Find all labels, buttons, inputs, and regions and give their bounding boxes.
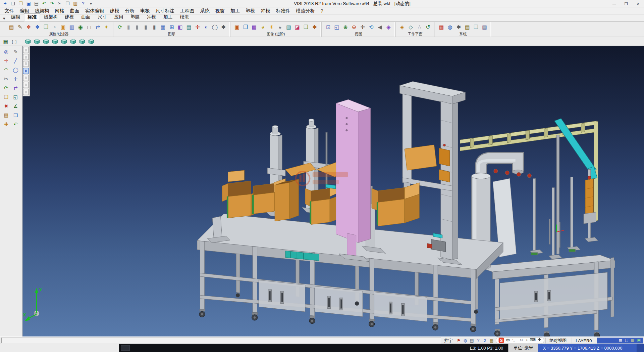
doc-slot-button-4[interactable]: ▮ <box>23 68 29 74</box>
zoom-fit-icon[interactable]: ⊡ <box>324 23 332 31</box>
undo-icon[interactable]: ↶ <box>41 0 48 6</box>
system-colors-icon[interactable]: ▦ <box>437 23 445 31</box>
3d-viewport[interactable]: ▯▯▯▮▯▯▯ <box>22 46 644 336</box>
rotate-tool-icon[interactable]: ⟳ <box>2 84 11 92</box>
material-ball-icon[interactable]: ◕ <box>259 23 267 31</box>
save-icon[interactable]: ▣ <box>25 0 32 6</box>
shadow-icon[interactable]: ◒ <box>276 23 284 31</box>
print-icon[interactable]: ▤ <box>33 0 40 6</box>
mini-chart-icon[interactable]: ▥ <box>630 338 635 343</box>
texture-map-icon[interactable]: ▩ <box>250 23 258 31</box>
ribbon-tab[interactable]: 冲模 <box>143 13 160 21</box>
wireframe-icon[interactable]: ◯ <box>211 23 219 31</box>
visi-logo-icon[interactable]: ✦ <box>2 0 9 6</box>
view-mode-selector[interactable]: 绝对视图 <box>545 338 571 343</box>
image-planes-icon[interactable]: ❐ <box>241 23 250 31</box>
selection-mask-icon[interactable]: ▫ <box>51 23 59 31</box>
status-ground-icon[interactable]: ▦ <box>488 338 494 343</box>
zoom-out-icon[interactable]: ⊖ <box>350 23 358 31</box>
new-file-icon[interactable]: ❏ <box>9 0 16 6</box>
status-level-icon[interactable]: 2 <box>482 338 488 343</box>
element-color-icon[interactable]: ▣ <box>59 23 67 31</box>
workplane-reset-icon[interactable]: ↺ <box>424 23 432 31</box>
undo-tool-icon[interactable]: ↶ <box>11 120 20 128</box>
mini-screen-icon[interactable]: ▢ <box>624 338 629 343</box>
zoom-window-icon[interactable]: ◱ <box>333 23 341 31</box>
status-help-icon[interactable]: ? <box>475 338 481 343</box>
photo-view-icon[interactable]: ❒ <box>302 23 310 31</box>
filter-layers-icon[interactable]: ❐ <box>42 23 50 31</box>
qat-dropdown-icon[interactable]: ▾ <box>88 0 95 6</box>
mini-grid-icon[interactable]: ▦ <box>618 338 623 343</box>
line-width-3-icon[interactable]: ▮ <box>142 23 150 31</box>
workplane-3pt-icon[interactable]: ∴ <box>415 23 423 31</box>
open-file-icon[interactable]: ❐ <box>17 0 24 6</box>
ribbon-tab[interactable]: 线架构 <box>40 13 61 21</box>
redo-icon[interactable]: ↷ <box>48 0 55 6</box>
pan-icon[interactable]: ✛ <box>359 23 367 31</box>
ime-toolbox-icon[interactable]: ✚ <box>538 338 541 343</box>
paste-icon[interactable]: ▥ <box>72 0 79 6</box>
doc-slot-button-2[interactable]: ▯ <box>23 54 29 60</box>
scene-settings-icon[interactable]: ✱ <box>311 23 319 31</box>
element-style-icon[interactable]: ▥ <box>68 23 76 31</box>
doc-slot-button-7[interactable]: ▯ <box>23 89 29 95</box>
dynamic-view-icon[interactable]: ◈ <box>384 23 392 31</box>
ime-emoji-icon[interactable]: ☺ <box>519 338 524 343</box>
close-button[interactable]: ✕ <box>632 0 644 7</box>
rotate-view-icon[interactable]: ⟲ <box>367 23 375 31</box>
calculator-icon[interactable]: ▩ <box>481 23 489 31</box>
line-width-2-icon[interactable]: ▮ <box>133 23 141 31</box>
point-tool-icon[interactable]: ✛ <box>2 56 11 65</box>
view-left-icon[interactable] <box>51 37 59 45</box>
help-icon[interactable]: ? <box>80 0 87 6</box>
shaded-mode-icon[interactable]: ▦ <box>2 37 10 45</box>
quick-filter-icon[interactable]: ✦ <box>102 23 110 31</box>
graphics-list-icon[interactable]: ▤ <box>185 23 193 31</box>
ribbon-tab[interactable]: 标准 <box>24 13 40 21</box>
globe-icon[interactable]: ◍ <box>446 23 454 31</box>
ime-mode-chinese[interactable]: 中 <box>506 338 510 343</box>
menu-item[interactable]: 视窗 <box>212 7 227 14</box>
status-flag-icon[interactable]: ⚑ <box>455 338 462 343</box>
ribbon-tab[interactable]: 编辑 <box>7 13 24 21</box>
ime-mic-icon[interactable]: ♪ <box>526 338 528 343</box>
measure-tool-icon[interactable]: ∡ <box>11 101 20 110</box>
taskbar-app-button[interactable] <box>121 345 130 351</box>
view-axon-icon[interactable] <box>87 37 95 45</box>
transparency-icon[interactable]: ▨ <box>285 23 293 31</box>
graphics-settings-icon[interactable]: ✱ <box>219 23 227 31</box>
filter-blue-icon[interactable]: ❖ <box>33 23 41 31</box>
clip-section-icon[interactable]: ◪ <box>293 23 301 31</box>
view-iso-icon[interactable] <box>24 37 32 45</box>
ribbon-tab[interactable]: 应用 <box>110 13 127 21</box>
offset-tool-icon[interactable]: ❐ <box>2 93 11 101</box>
edit-tool-icon[interactable]: ✎ <box>11 47 20 56</box>
doc-slot-button-3[interactable]: ▯ <box>23 61 29 67</box>
scale-tool-icon[interactable]: ◱ <box>11 93 20 101</box>
workplane-icon[interactable]: ◈ <box>398 23 406 31</box>
status-globe-icon[interactable]: ◍ <box>462 338 468 343</box>
grid-display-icon[interactable]: ▦ <box>159 23 167 31</box>
ime-keyboard-icon[interactable]: ⌨ <box>530 338 536 343</box>
doc-slot-button-5[interactable]: ▯ <box>23 75 29 81</box>
blank-filter-icon[interactable]: ◻ <box>85 23 93 31</box>
wireframe-mode-icon[interactable]: ▢ <box>10 37 18 45</box>
snapshot-icon[interactable]: ❒ <box>472 23 480 31</box>
swap-attributes-icon[interactable]: ⇄ <box>94 23 102 31</box>
lighting-icon[interactable]: ☀ <box>267 23 275 31</box>
trim-tool-icon[interactable]: ✂ <box>2 75 11 83</box>
menu-item[interactable]: 标准件 <box>273 7 293 14</box>
view-bottom-icon[interactable] <box>78 37 86 45</box>
status-print-icon[interactable]: ▤ <box>469 338 475 343</box>
menu-item[interactable]: 冲模 <box>258 7 273 14</box>
command-prompt-area[interactable] <box>1 338 441 343</box>
shading-icon[interactable]: ◐ <box>202 23 210 31</box>
minimize-button[interactable]: — <box>608 0 620 7</box>
menu-item[interactable]: 加工 <box>227 7 243 14</box>
previous-view-icon[interactable]: ◀ <box>376 23 384 31</box>
attribute-palette-icon[interactable]: ▤ <box>7 23 15 31</box>
ribbon-tab[interactable]: 模流 <box>176 13 193 21</box>
grid-snap-icon[interactable]: ⊞ <box>168 23 176 31</box>
graphics-box-icon[interactable]: ◧ <box>176 23 184 31</box>
